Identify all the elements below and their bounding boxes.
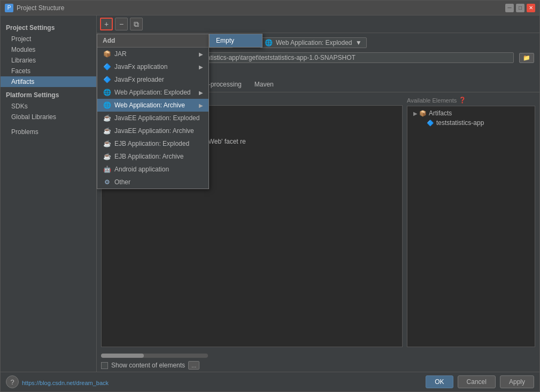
close-button[interactable]: ✕ [527,4,535,12]
javaee-exploded-icon: ☕ [103,114,111,122]
dropdown-item-other[interactable]: ⚙ Other [97,176,209,189]
sidebar-item-facets[interactable]: Facets [1,66,96,76]
title-bar: P Project Structure ─ □ ✕ [1,1,539,15]
window-title: Project Structure [17,4,505,12]
footer-link[interactable]: https://blog.csdn.net/dream_back [22,380,109,386]
toolbar: + − ⧉ [97,15,539,33]
submenu-item-empty[interactable]: Empty [210,34,262,47]
dropdown-item-android[interactable]: 🤖 Android application [97,163,209,176]
web-archive-icon: 🌐 [103,101,111,109]
ejb-exploded-icon: ☕ [103,139,111,148]
sidebar-item-libraries[interactable]: Libraries [1,55,96,66]
scrollbar-track[interactable] [101,354,208,358]
add-dropdown-menu: Add 📦 JAR ▶ 🔷 JavaFx application ▶ 🔷 Jav… [97,34,209,189]
dropdown-item-javaee-exploded[interactable]: ☕ JavaEE Application: Exploded [97,112,209,124]
minimize-button[interactable]: ─ [505,4,514,12]
window-icon: P [5,4,13,12]
bottom-options-row: Show content of elements ... [97,359,539,372]
right-panel: Available Elements ❓ ▶ 📦 Artifacts [407,97,535,347]
submenu-arrow: ▶ [199,51,203,57]
sidebar-item-sdks[interactable]: SDKs [1,101,96,112]
dropdown-item-jar[interactable]: 📦 JAR ▶ [97,48,209,60]
project-settings-label: Project Settings [1,22,96,34]
cancel-button[interactable]: Cancel [458,375,496,388]
javaee-archive-icon: ☕ [103,127,111,135]
add-button[interactable]: + [100,18,113,30]
javafx-preloader-icon: 🔷 [103,75,111,84]
module-icon: 🔷 [427,119,434,127]
dropdown-item-javafx-preloader[interactable]: 🔷 JavaFx preloader [97,73,209,86]
available-label: Available Elements ❓ [407,97,535,104]
browse-button[interactable]: 📁 [519,53,534,63]
javafx-icon: 🔷 [103,62,111,71]
scrollbar-thumb[interactable] [101,354,144,358]
sidebar-item-artifacts[interactable]: Artifacts [1,76,96,87]
tab-maven[interactable]: Maven [248,78,280,92]
dropdown-header: Add [97,34,209,48]
available-tree[interactable]: ▶ 📦 Artifacts 🔷 teststatistics-app [407,106,535,347]
ellipsis-button[interactable]: ... [188,361,199,370]
project-structure-window: P Project Structure ─ □ ✕ Project Settin… [0,0,540,392]
submenu-empty: Empty [209,34,263,48]
available-tree-teststatistics[interactable]: 🔷 teststatistics-app [417,118,533,128]
submenu-arrow: ▶ [199,90,203,96]
sidebar-item-project[interactable]: Project [1,34,96,44]
jar-icon: 📦 [103,50,111,58]
footer: ? https://blog.csdn.net/dream_back OK Ca… [1,372,539,391]
other-icon: ⚙ [103,178,111,186]
dropdown-item-ejb-archive[interactable]: ☕ EJB Application: Archive [97,150,209,163]
apply-button[interactable]: Apply [500,375,534,388]
submenu-arrow: ▶ [199,64,203,70]
scrollbar-row [97,351,539,359]
main-content: Project Settings Project Modules Librari… [1,15,539,372]
dropdown-item-web-archive[interactable]: 🌐 Web Application: Archive ▶ [97,99,209,112]
web-exploded-icon: 🌐 [103,88,111,97]
window-controls: ─ □ ✕ [505,4,535,12]
android-icon: 🤖 [103,165,111,174]
help-button[interactable]: ? [6,375,19,388]
help-icon: ❓ [459,97,466,104]
sidebar-item-modules[interactable]: Modules [1,44,96,55]
sidebar: Project Settings Project Modules Librari… [1,15,97,372]
type-select[interactable]: 🌐 Web Application: Exploded ▼ [260,37,367,48]
artifact-icon: 📦 [419,109,427,117]
sidebar-item-problems[interactable]: Problems [1,127,96,137]
platform-settings-label: Platform Settings [1,87,96,101]
ok-button[interactable]: OK [426,375,453,388]
chevron-icon [419,119,427,127]
show-content-checkbox[interactable] [101,362,108,369]
dropdown-item-web-exploded[interactable]: 🌐 Web Application: Exploded ▶ [97,86,209,99]
copy-button[interactable]: ⧉ [130,18,143,30]
dropdown-item-javaee-archive[interactable]: ☕ JavaEE Application: Archive [97,124,209,137]
chevron-icon: ▶ [412,109,419,117]
submenu-arrow: ▶ [199,103,203,108]
remove-button[interactable]: − [115,18,128,30]
center-area: + − ⧉ Name: :teststatistics-app:war expl… [97,15,539,372]
available-tree-artifacts[interactable]: ▶ 📦 Artifacts [410,108,533,118]
dropdown-item-javafx-app[interactable]: 🔷 JavaFx application ▶ [97,60,209,73]
show-content-label: Show content of elements [111,362,185,369]
dropdown-item-ejb-exploded[interactable]: ☕ EJB Application: Exploded [97,137,209,150]
sidebar-item-global-libraries[interactable]: Global Libraries [1,112,96,122]
maximize-button[interactable]: □ [516,4,524,12]
ejb-archive-icon: ☕ [103,152,111,161]
